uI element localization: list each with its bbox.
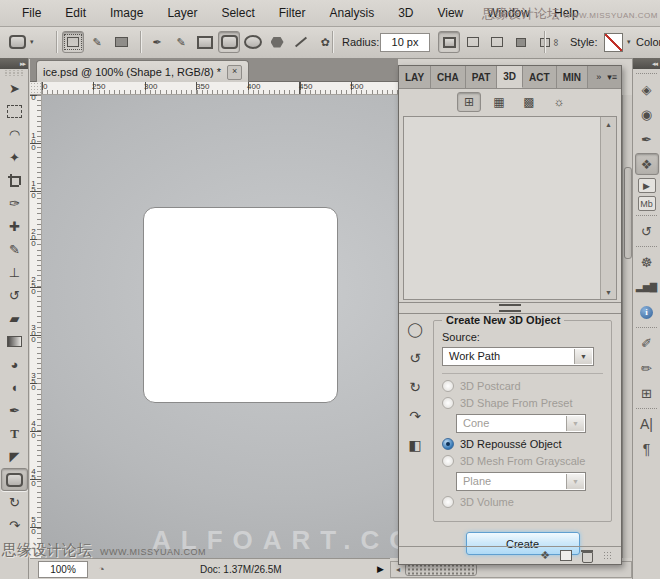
path-selection-tool[interactable]: ◤ xyxy=(1,445,28,468)
option-3d-repousse-object[interactable]: 3D Repoussé Object xyxy=(442,438,603,450)
option-3d-volume[interactable]: 3D Volume xyxy=(442,496,603,508)
menu-file[interactable]: File xyxy=(10,6,53,20)
radius-input[interactable]: 10 px xyxy=(380,33,430,52)
radio-icon[interactable] xyxy=(442,380,454,392)
paragraph-panel-button[interactable]: ¶ xyxy=(635,438,659,460)
scroll-up-icon[interactable]: ▲ xyxy=(601,117,616,131)
freeform-pen-tool-button[interactable]: ✎ xyxy=(170,31,192,53)
toolbar-grip[interactable] xyxy=(4,70,24,76)
3d-panel-button[interactable]: ❖ xyxy=(635,153,659,175)
panel-menu-icon[interactable]: ▾≡ xyxy=(607,72,617,82)
toggle-3d-extras-icon[interactable]: ❖ xyxy=(540,549,550,562)
chevron-down-icon[interactable]: ▾ xyxy=(30,38,34,46)
3d-object-rotate-tool[interactable]: ↻ xyxy=(1,491,28,514)
channels-panel-button[interactable]: ◉ xyxy=(635,103,659,125)
document-tab[interactable]: ice.psd @ 100% (Shape 1, RGB/8) * × xyxy=(36,60,249,83)
vertical-scrollbar-thumb[interactable] xyxy=(624,167,632,259)
brush-presets-panel-button[interactable]: ✏ xyxy=(635,357,659,379)
menu-analysis[interactable]: Analysis xyxy=(317,6,386,20)
filter-lights-button[interactable]: ☼ xyxy=(547,92,571,112)
dock-collapse-button[interactable]: ◂◂ xyxy=(633,58,660,69)
tab-actions[interactable]: ACT xyxy=(523,66,557,88)
3d-scene-list[interactable]: ▲ ▼ xyxy=(403,116,617,300)
layer-comps-panel-button[interactable]: ↺ xyxy=(635,220,659,242)
3d-camera-rotate-tool[interactable]: ↷ xyxy=(1,514,28,537)
radio-icon[interactable] xyxy=(442,397,454,409)
trash-icon[interactable] xyxy=(582,552,593,563)
rectangle-tool-button[interactable] xyxy=(194,31,216,53)
source-select[interactable]: Work Path ▼ xyxy=(442,347,594,366)
character-panel-button[interactable]: A| xyxy=(635,413,659,435)
subtract-from-shape-button[interactable] xyxy=(462,31,484,53)
option-3d-mesh-from-grayscale[interactable]: 3D Mesh From Grayscale xyxy=(442,455,603,467)
filter-whole-scene-button[interactable]: ⊞ xyxy=(457,92,481,112)
vertical-scrollbar[interactable] xyxy=(622,95,632,558)
eraser-tool[interactable]: ▰ xyxy=(1,307,28,330)
fill-pixels-mode-button[interactable] xyxy=(110,31,132,53)
radio-icon[interactable] xyxy=(442,496,454,508)
pen-tool[interactable]: ✒ xyxy=(1,399,28,422)
menu-3d[interactable]: 3D xyxy=(386,6,425,20)
close-icon[interactable]: × xyxy=(227,65,242,80)
gradient-tool[interactable] xyxy=(1,330,28,353)
link-style-icon[interactable]: ∞ xyxy=(548,31,566,53)
new-item-icon[interactable] xyxy=(560,550,572,561)
radio-icon[interactable] xyxy=(442,455,454,467)
tab-overflow-icon[interactable]: » xyxy=(596,72,601,82)
3d-slide-object-button[interactable]: ↷ xyxy=(403,405,427,427)
info-panel-button[interactable]: i xyxy=(635,301,659,323)
menu-view[interactable]: View xyxy=(425,6,475,20)
exclude-shape-button[interactable] xyxy=(510,31,532,53)
3d-rotate-object-button[interactable]: ◯ xyxy=(403,318,427,340)
menu-image[interactable]: Image xyxy=(98,6,155,20)
style-dropdown-icon[interactable]: ▾ xyxy=(627,31,631,53)
crop-tool[interactable] xyxy=(1,169,28,192)
move-tool[interactable]: ➤ xyxy=(1,77,28,100)
rounded-rectangle-tool[interactable] xyxy=(1,468,28,491)
paths-mode-button[interactable]: ✎ xyxy=(86,31,108,53)
histogram-panel-button[interactable]: ▂▅▇ xyxy=(635,276,659,298)
brush-tool[interactable]: ✎ xyxy=(1,238,28,261)
blur-tool[interactable]: ◕ xyxy=(1,353,28,376)
menu-filter[interactable]: Filter xyxy=(267,6,318,20)
type-tool[interactable]: T xyxy=(1,422,28,445)
navigator-panel-button[interactable]: ☸ xyxy=(635,251,659,273)
pen-tool-button[interactable]: ✒ xyxy=(146,31,168,53)
intersect-shape-button[interactable] xyxy=(486,31,508,53)
menu-edit[interactable]: Edit xyxy=(53,6,98,20)
panel-splitter[interactable] xyxy=(399,302,621,314)
add-to-shape-button[interactable] xyxy=(438,31,460,53)
3d-pan-object-button[interactable]: ↻ xyxy=(403,376,427,398)
menu-select[interactable]: Select xyxy=(209,6,266,20)
animation-panel-button[interactable]: ▶ xyxy=(638,178,656,193)
menu-layer[interactable]: Layer xyxy=(155,6,209,20)
clone-source-panel-button[interactable]: ⊞ xyxy=(635,382,659,404)
filter-materials-button[interactable]: ▩ xyxy=(517,92,541,112)
healing-brush-tool[interactable]: ✚ xyxy=(1,215,28,238)
ellipse-tool-button[interactable] xyxy=(242,31,264,53)
ruler-origin-corner[interactable] xyxy=(30,82,42,95)
brush-panel-button[interactable]: ✐ xyxy=(635,332,659,354)
option-3d-postcard[interactable]: 3D Postcard xyxy=(442,380,603,392)
eyedropper-tool[interactable]: ✑ xyxy=(1,192,28,215)
quick-selection-tool[interactable]: ✦ xyxy=(1,146,28,169)
zoom-level-field[interactable]: 100% xyxy=(38,561,88,578)
list-scrollbar[interactable]: ▲ ▼ xyxy=(600,117,616,299)
tab-paths[interactable]: PAT xyxy=(466,66,498,88)
tab-channels[interactable]: CHA xyxy=(431,66,466,88)
tool-preset-picker[interactable]: ▾ xyxy=(6,31,34,53)
paths-panel-button[interactable]: ✒ xyxy=(635,128,659,150)
panel-resize-grip[interactable] xyxy=(603,551,613,561)
tab-mini[interactable]: MIN xyxy=(557,66,588,88)
tab-layers[interactable]: LAY xyxy=(399,66,431,88)
tab-3d[interactable]: 3D xyxy=(497,66,523,88)
marquee-tool[interactable] xyxy=(1,100,28,123)
scroll-down-icon[interactable]: ▼ xyxy=(601,285,616,299)
horizontal-ruler[interactable]: 0 250 300 350 400 450 500 xyxy=(42,82,398,95)
toolbar-collapse-button[interactable]: ▸▸ xyxy=(0,58,28,69)
3d-scale-object-button[interactable]: ◧ xyxy=(403,434,427,456)
mini-bridge-button[interactable]: Mb xyxy=(638,196,656,211)
dock-grip[interactable] xyxy=(636,73,657,74)
radio-selected-icon[interactable] xyxy=(442,438,454,450)
style-swatch[interactable] xyxy=(604,33,623,52)
